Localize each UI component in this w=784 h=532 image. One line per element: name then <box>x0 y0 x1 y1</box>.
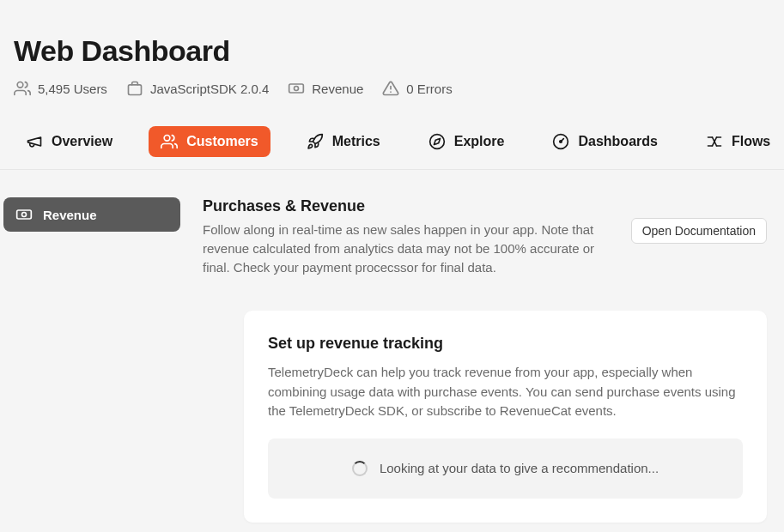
svg-marker-8 <box>434 138 440 144</box>
tab-metrics[interactable]: Metrics <box>295 126 392 157</box>
svg-rect-1 <box>128 85 141 95</box>
tab-dashboards[interactable]: Dashboards <box>540 126 669 157</box>
tab-overview-label: Overview <box>52 134 112 149</box>
stat-errors-text: 0 Errors <box>406 82 452 96</box>
page-title: Web Dashboard <box>14 34 770 68</box>
svg-point-13 <box>22 213 27 217</box>
card-description: TelemetryDeck can help you track revenue… <box>268 363 743 421</box>
svg-point-6 <box>164 136 170 142</box>
setup-card: Set up revenue tracking TelemetryDeck ca… <box>244 311 767 523</box>
flows-icon <box>706 133 723 150</box>
tab-flows[interactable]: Flows <box>694 126 782 157</box>
stat-sdk: JavaScriptSDK 2.0.4 <box>126 80 269 97</box>
stat-users-text: 5,495 Users <box>38 82 107 96</box>
section-description: Follow along in real-time as new sales h… <box>203 221 617 276</box>
tab-customers-label: Customers <box>186 134 258 149</box>
content-header: Purchases & Revenue Follow along in real… <box>203 197 767 276</box>
stat-revenue-text: Revenue <box>312 82 363 96</box>
cash-icon <box>288 80 305 97</box>
rocket-icon <box>307 133 324 150</box>
svg-rect-2 <box>289 84 304 93</box>
tab-explore[interactable]: Explore <box>416 126 517 157</box>
stats-row: 5,495 Users JavaScriptSDK 2.0.4 Revenue … <box>14 80 770 97</box>
compass-icon <box>428 133 446 150</box>
warning-icon <box>382 80 399 97</box>
content: Purchases & Revenue Follow along in real… <box>180 197 784 523</box>
svg-rect-12 <box>17 210 32 219</box>
tabs: Overview Customers Metrics Explore Dashb… <box>0 97 784 170</box>
sidebar: Revenue <box>0 197 180 523</box>
package-icon <box>126 80 143 97</box>
users-icon <box>14 80 31 97</box>
section-title: Purchases & Revenue <box>203 197 617 215</box>
svg-point-0 <box>17 82 23 88</box>
tab-customers[interactable]: Customers <box>149 126 270 157</box>
card-title: Set up revenue tracking <box>268 335 743 353</box>
tab-flows-label: Flows <box>732 134 770 149</box>
svg-point-3 <box>295 87 299 91</box>
svg-point-7 <box>429 135 444 149</box>
open-documentation-button[interactable]: Open Documentation <box>631 218 767 244</box>
users-icon <box>161 133 178 150</box>
svg-point-10 <box>560 141 562 143</box>
spinner-icon <box>352 461 368 476</box>
stat-users: 5,495 Users <box>14 80 107 97</box>
tab-overview[interactable]: Overview <box>14 126 125 157</box>
main: Revenue Purchases & Revenue Follow along… <box>0 170 784 523</box>
stat-revenue: Revenue <box>288 80 363 97</box>
sidebar-item-revenue[interactable]: Revenue <box>3 197 180 232</box>
stat-errors: 0 Errors <box>382 80 452 97</box>
loading-box: Looking at your data to give a recommend… <box>268 438 743 499</box>
loading-text: Looking at your data to give a recommend… <box>380 461 659 475</box>
sidebar-item-label: Revenue <box>43 208 97 222</box>
content-header-text: Purchases & Revenue Follow along in real… <box>203 197 617 276</box>
cash-icon <box>15 206 33 223</box>
gauge-icon <box>552 133 569 150</box>
megaphone-icon <box>26 133 43 150</box>
tab-metrics-label: Metrics <box>332 134 380 149</box>
tab-explore-label: Explore <box>454 134 505 149</box>
stat-sdk-text: JavaScriptSDK 2.0.4 <box>150 82 269 96</box>
tab-dashboards-label: Dashboards <box>578 134 657 149</box>
header: Web Dashboard 5,495 Users JavaScriptSDK … <box>0 0 784 97</box>
